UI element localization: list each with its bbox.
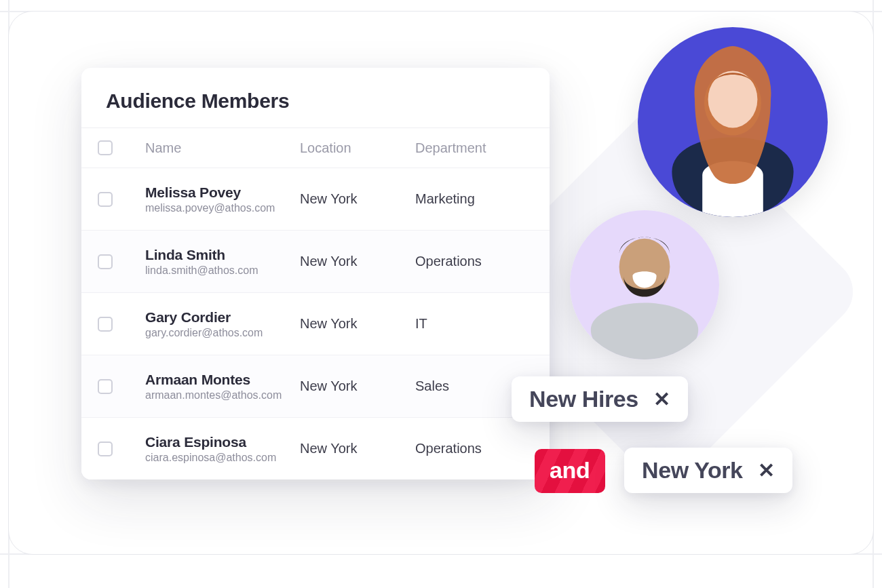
member-department: IT [415,316,531,332]
member-department: Operations [415,441,531,456]
member-name: Armaan Montes [145,372,300,388]
member-location: New York [300,254,415,269]
member-email: linda.smith@athos.com [145,264,300,277]
table-row[interactable]: Linda Smithlinda.smith@athos.comNew York… [81,230,550,292]
table-row[interactable]: Melissa Poveymelissa.povey@athos.comNew … [81,168,550,230]
member-name: Ciara Espinosa [145,434,300,450]
member-location: New York [300,378,415,394]
row-checkbox[interactable] [98,317,113,332]
table-row[interactable]: Armaan Montesarmaan.montes@athos.comNew … [81,355,550,417]
row-checkbox[interactable] [98,192,113,207]
member-department: Marketing [415,191,531,207]
row-checkbox[interactable] [98,254,113,269]
column-header-name: Name [145,140,300,156]
member-email: armaan.montes@athos.com [145,389,300,401]
member-email: gary.cordier@athos.com [145,327,300,339]
table-row[interactable]: Ciara Espinosaciara.espinosa@athos.comNe… [81,417,550,479]
member-name: Linda Smith [145,247,300,263]
member-email: melissa.povey@athos.com [145,202,300,214]
member-name: Melissa Povey [145,184,300,201]
member-location: New York [300,191,415,207]
row-checkbox[interactable] [98,379,113,394]
close-icon[interactable]: ✕ [758,460,775,481]
avatar [638,27,828,217]
filter-chip[interactable]: New Hires ✕ [512,376,688,422]
filter-chip-label: New York [642,457,743,484]
filter-chip[interactable]: New York ✕ [624,448,792,493]
member-email: ciara.espinosa@athos.com [145,452,300,464]
table-header-row: Name Location Department [81,128,550,168]
row-checkbox[interactable] [98,442,113,456]
audience-members-card: Audience Members Name Location Departmen… [81,68,550,479]
column-header-location: Location [300,140,415,156]
person-icon [638,27,828,217]
person-icon [570,210,719,359]
filter-operator: and [535,449,605,493]
close-icon[interactable]: ✕ [653,389,670,410]
member-location: New York [300,316,415,332]
filter-chip-label: New Hires [529,386,638,412]
select-all-checkbox[interactable] [98,140,113,155]
avatar [570,210,719,359]
member-location: New York [300,441,415,456]
column-header-department: Department [415,140,531,156]
card-title: Audience Members [81,87,550,128]
table-row[interactable]: Gary Cordiergary.cordier@athos.comNew Yo… [81,292,550,355]
members-table: Name Location Department Melissa Poveyme… [81,128,550,479]
member-department: Operations [415,254,531,269]
member-name: Gary Cordier [145,309,300,326]
